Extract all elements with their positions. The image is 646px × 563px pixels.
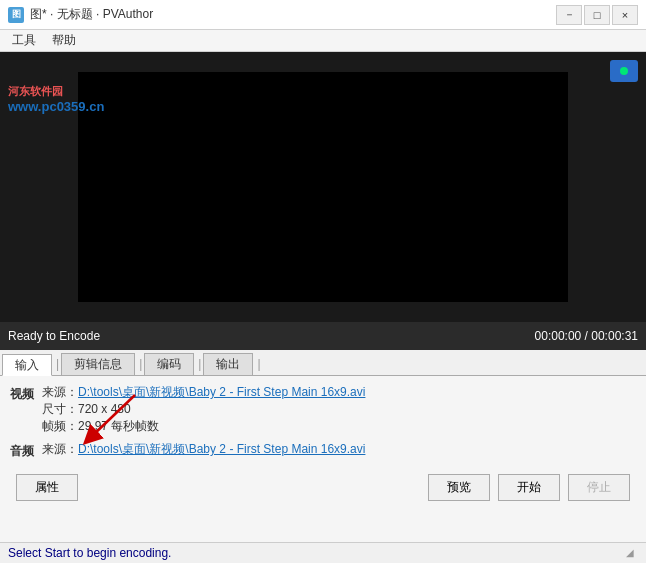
tabs-bar: 输入 | 剪辑信息 | 编码 | 输出 | bbox=[0, 350, 646, 376]
time-display: 00:00:00 / 00:00:31 bbox=[535, 329, 638, 343]
resize-grip: ◢ bbox=[626, 547, 638, 559]
tab-encode[interactable]: 编码 bbox=[144, 353, 194, 375]
video-details: 来源：D:\tools\桌面\新视频\Baby 2 - First Step M… bbox=[42, 384, 636, 435]
tab-output[interactable]: 输出 bbox=[203, 353, 253, 375]
maximize-button[interactable]: □ bbox=[584, 5, 610, 25]
title-bar: 图 图* · 无标题 · PVAuthor － □ × bbox=[0, 0, 646, 30]
start-button[interactable]: 开始 bbox=[498, 474, 560, 501]
audio-source-path: D:\tools\桌面\新视频\Baby 2 - First Step Main… bbox=[78, 442, 365, 456]
window-title: 图* · 无标题 · PVAuthor bbox=[30, 6, 556, 23]
video-size-value: 720 x 480 bbox=[78, 402, 131, 416]
video-preview bbox=[78, 72, 568, 302]
properties-button[interactable]: 属性 bbox=[16, 474, 78, 501]
tab-edit-info[interactable]: 剪辑信息 bbox=[61, 353, 135, 375]
video-source-label: 来源： bbox=[42, 385, 78, 399]
tab-separator-4: | bbox=[255, 353, 262, 375]
audio-label: 音频 bbox=[10, 441, 42, 460]
connection-dot bbox=[620, 67, 628, 75]
tab-separator-3: | bbox=[196, 353, 203, 375]
status-bar: Ready to Encode 00:00:00 / 00:00:31 bbox=[0, 322, 646, 350]
video-size-line: 尺寸：720 x 480 bbox=[42, 401, 636, 418]
menu-item-tools[interactable]: 工具 bbox=[4, 30, 44, 51]
buttons-row: 属性 预览 开始 停止 bbox=[10, 468, 636, 507]
audio-source-line: 来源：D:\tools\桌面\新视频\Baby 2 - First Step M… bbox=[42, 441, 636, 458]
video-area: 河东软件园 www.pc0359.cn bbox=[0, 52, 646, 322]
video-label: 视频 bbox=[10, 384, 42, 403]
audio-source-label: 来源： bbox=[42, 442, 78, 456]
connection-badge bbox=[610, 60, 638, 82]
tab-input[interactable]: 输入 bbox=[2, 354, 52, 376]
app-icon: 图 bbox=[8, 7, 24, 23]
menu-bar: 工具 帮助 bbox=[0, 30, 646, 52]
close-button[interactable]: × bbox=[612, 5, 638, 25]
stop-button[interactable]: 停止 bbox=[568, 474, 630, 501]
ready-text: Ready to Encode bbox=[8, 329, 100, 343]
window-controls: － □ × bbox=[556, 5, 638, 25]
video-size-label: 尺寸： bbox=[42, 402, 78, 416]
audio-info-row: 音频 来源：D:\tools\桌面\新视频\Baby 2 - First Ste… bbox=[10, 441, 636, 460]
video-source-line: 来源：D:\tools\桌面\新视频\Baby 2 - First Step M… bbox=[42, 384, 636, 401]
video-fps-label: 帧频： bbox=[42, 419, 78, 433]
preview-button[interactable]: 预览 bbox=[428, 474, 490, 501]
content-area: 视频 来源：D:\tools\桌面\新视频\Baby 2 - First Ste… bbox=[0, 376, 646, 542]
video-fps-value: 29.97 每秒帧数 bbox=[78, 419, 159, 433]
menu-item-help[interactable]: 帮助 bbox=[44, 30, 84, 51]
bottom-status-text: Select Start to begin encoding. bbox=[8, 546, 171, 560]
video-source-path: D:\tools\桌面\新视频\Baby 2 - First Step Main… bbox=[78, 385, 365, 399]
video-info-row: 视频 来源：D:\tools\桌面\新视频\Baby 2 - First Ste… bbox=[10, 384, 636, 435]
audio-details: 来源：D:\tools\桌面\新视频\Baby 2 - First Step M… bbox=[42, 441, 636, 458]
bottom-status-bar: Select Start to begin encoding. ◢ bbox=[0, 542, 646, 563]
minimize-button[interactable]: － bbox=[556, 5, 582, 25]
video-fps-line: 帧频：29.97 每秒帧数 bbox=[42, 418, 636, 435]
tab-separator-2: | bbox=[137, 353, 144, 375]
tab-separator-1: | bbox=[54, 353, 61, 375]
